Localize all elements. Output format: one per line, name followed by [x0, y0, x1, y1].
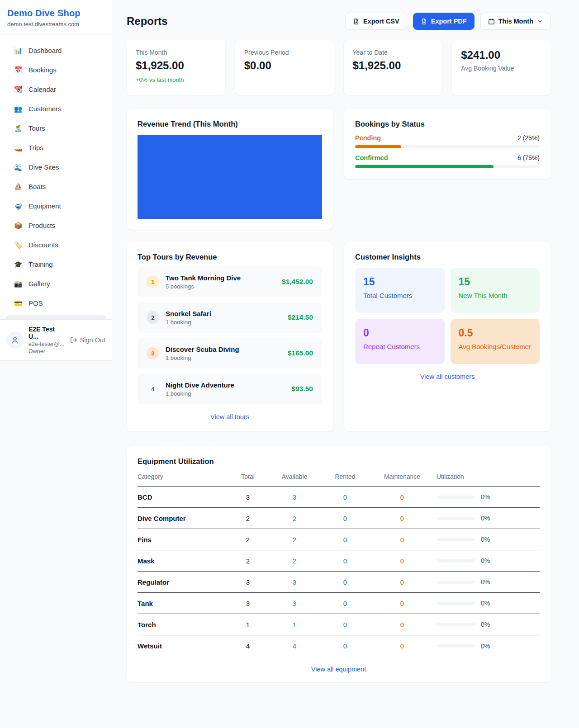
sidebar-item-training[interactable]: 🎓 Training	[5, 255, 106, 274]
stat-delta: +0% vs last month	[136, 76, 216, 83]
stat-value: $1,925.00	[353, 59, 433, 72]
sidebar-item-boats[interactable]: ⛵ Boats	[5, 177, 106, 196]
customer-insights-title: Customer Insights	[355, 253, 540, 261]
table-row: Regulator 3 3 0 0 0%	[138, 572, 540, 593]
column-header-category: Category	[138, 473, 228, 480]
sidebar-item-tours[interactable]: 🏝️ Tours	[5, 118, 106, 138]
status-label: Confirmed	[355, 154, 388, 161]
status-label: Pending	[355, 134, 381, 142]
stat-cards-row: This Month $1,925.00 +0% vs last month P…	[127, 40, 551, 95]
sidebar-item-dashboard[interactable]: 📊 Dashboard	[5, 41, 106, 60]
customers-icon: 👥	[14, 105, 23, 113]
sidebar-item-discounts[interactable]: 🏷️ Discounts	[5, 235, 106, 255]
cell-category: Wetsuit	[138, 642, 228, 650]
sidebar-item-label: Dive Sites	[28, 163, 59, 171]
insight-value: 0.5	[459, 327, 532, 339]
user-meta: E2E Test U... e2e-tester@... Owner	[28, 326, 65, 355]
table-row: Torch 1 1 0 0 0%	[138, 614, 540, 635]
tour-row: 2 Snorkel Safari 1 booking $214.50	[138, 302, 322, 333]
cell-category: BCD	[138, 493, 228, 501]
insight-tile-new-this-month: 15 New This Month	[451, 268, 540, 313]
graduation-cap-icon: 🎓	[14, 260, 23, 269]
cell-utilization: 0%	[436, 536, 540, 543]
export-csv-button[interactable]: Export CSV	[345, 13, 407, 30]
cell-category: Fins	[138, 536, 228, 544]
sidebar-item-gallery[interactable]: 📸 Gallery	[5, 274, 106, 293]
sidebar-item-label: Boats	[28, 183, 46, 190]
stat-label: Avg Booking Value	[461, 65, 541, 72]
camera-icon: 📸	[14, 280, 23, 288]
column-header-maintenance: Maintenance	[369, 473, 436, 480]
sidebar-item-label: POS	[28, 299, 43, 307]
insight-tile-avg-bookings: 0.5 Avg Bookings/Customer	[451, 319, 540, 364]
sidebar-item-equipment[interactable]: 🤿 Equipment	[5, 196, 106, 216]
sidebar-item-pos[interactable]: 💳 POS	[5, 293, 106, 313]
insight-tile-repeat-customers: 0 Repeat Customers	[355, 319, 445, 364]
insight-tile-total-customers: 15 Total Customers	[355, 268, 445, 313]
sidebar-nav: 📊 Dashboard 📅 Bookings 📆 Calendar 👥 Cust…	[0, 34, 112, 319]
sidebar: Demo Dive Shop demo.test.divestreams.com…	[0, 0, 112, 361]
cell-maintenance: 0	[369, 557, 436, 565]
avatar	[6, 331, 24, 349]
stat-card-avg-booking-value: $241.00 Avg Booking Value	[452, 40, 551, 95]
equipment-utilization-title: Equipment Utilization	[138, 457, 540, 466]
cell-total: 2	[228, 536, 267, 544]
cell-available: 3	[267, 578, 322, 586]
cell-available: 2	[267, 536, 322, 544]
utilization-track	[437, 517, 475, 520]
utilization-percent: 0%	[481, 536, 490, 543]
insight-label: Avg Bookings/Customer	[459, 343, 532, 350]
utilization-percent: 0%	[481, 600, 490, 607]
mid-row: Top Tours by Revenue 1 Two Tank Morning …	[127, 242, 551, 431]
tour-info: Two Tank Morning Dive 5 bookings	[166, 274, 275, 290]
cell-utilization: 0%	[436, 578, 540, 586]
cell-category: Mask	[138, 557, 228, 565]
cell-utilization: 0%	[436, 621, 540, 628]
view-all-customers-link[interactable]: View all customers	[355, 373, 540, 380]
tour-name: Discover Scuba Diving	[166, 345, 281, 353]
stat-label: Previous Period	[244, 49, 325, 56]
view-all-tours-link[interactable]: View all tours	[138, 413, 322, 421]
progress-fill	[355, 165, 494, 168]
file-download-icon	[353, 18, 360, 25]
progress-track	[355, 165, 540, 168]
utilization-percent: 0%	[481, 643, 490, 650]
revenue-trend-title: Revenue Trend (This Month)	[138, 120, 322, 128]
export-csv-label: Export CSV	[363, 18, 399, 25]
sidebar-item-customers[interactable]: 👥 Customers	[5, 99, 106, 118]
tour-name: Two Tank Morning Dive	[166, 274, 275, 282]
status-row-confirmed: Confirmed 6 (75%)	[355, 154, 540, 168]
sidebar-item-label: Training	[28, 260, 53, 268]
period-dropdown[interactable]: This Month	[480, 13, 551, 30]
column-header-utilization: Utilization	[436, 473, 540, 480]
cell-maintenance: 0	[369, 578, 436, 586]
credit-card-icon: 💳	[14, 299, 23, 307]
cell-rented: 0	[322, 578, 369, 586]
cell-rented: 0	[322, 642, 369, 650]
sidebar-item-trips[interactable]: 🚤 Trips	[5, 138, 106, 157]
sidebar-item-calendar[interactable]: 📆 Calendar	[5, 80, 106, 99]
sidebar-item-label: Trips	[28, 144, 43, 151]
sidebar-item-dive-sites[interactable]: 🌊 Dive Sites	[5, 157, 106, 177]
stat-card-previous-period: Previous Period $0.00	[235, 40, 334, 95]
utilization-percent: 0%	[481, 557, 490, 564]
insight-value: 0	[363, 327, 437, 339]
cell-utilization: 0%	[436, 557, 540, 564]
utilization-track	[437, 559, 475, 563]
sign-out-button[interactable]: Sign Out	[70, 336, 105, 344]
tour-revenue: $1,452.00	[282, 278, 313, 286]
sidebar-item-label: Discounts	[28, 241, 58, 249]
cell-total: 2	[228, 557, 267, 565]
cell-available: 2	[267, 557, 322, 565]
sidebar-item-bookings[interactable]: 📅 Bookings	[5, 60, 106, 80]
sidebar-item-partially-scrolled[interactable]	[5, 315, 106, 319]
cell-category: Torch	[138, 621, 228, 629]
view-all-equipment-link[interactable]: View all equipment	[138, 666, 540, 673]
sidebar-item-label: Customers	[28, 105, 62, 113]
sidebar-item-products[interactable]: 📦 Products	[5, 216, 106, 235]
column-header-total: Total	[228, 473, 267, 480]
export-pdf-button[interactable]: Export PDF	[413, 13, 475, 30]
sidebar-item-label: Products	[28, 222, 55, 229]
cell-total: 1	[228, 621, 267, 629]
utilization-track	[437, 496, 475, 499]
